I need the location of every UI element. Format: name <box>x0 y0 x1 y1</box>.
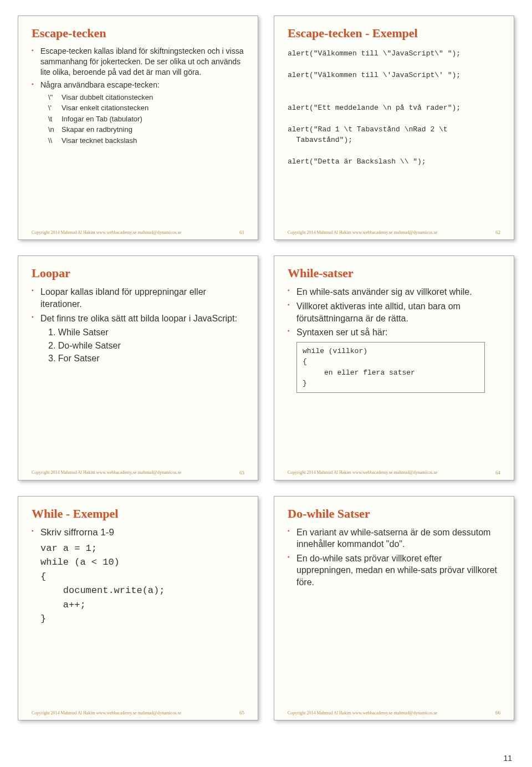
slide-title: While-satser <box>288 266 500 280</box>
slide-content: alert("Välkommen till \"JavaScript\" ");… <box>288 46 500 224</box>
slide-footer: Copyright 2014 Mahmud Al Hakim www.webba… <box>32 470 244 475</box>
bullet: Skriv siffrorna 1-9 <box>32 526 244 539</box>
list-item: 2. Do-while Satser <box>48 340 244 352</box>
slide-content: En variant av while-satserna är de som d… <box>288 526 500 704</box>
slide-64: While-satser En while-sats använder sig … <box>274 255 514 480</box>
slide-content: Skriv siffrorna 1-9 var a = 1; while (a … <box>32 526 244 704</box>
page-number: 11 <box>503 754 512 763</box>
code-block: var a = 1; while (a < 10) { document.wri… <box>40 541 244 626</box>
slide-number: 61 <box>239 229 244 235</box>
slide-number: 66 <box>495 710 500 715</box>
slide-number: 64 <box>495 470 500 475</box>
copyright-text: Copyright 2014 Mahmud Al Hakim www.webba… <box>32 470 181 475</box>
slide-title: Do-while Satser <box>288 507 500 521</box>
slide-title: Loopar <box>32 266 244 280</box>
bullet: En variant av while-satserna är de som d… <box>288 526 500 550</box>
copyright-text: Copyright 2014 Mahmud Al Hakim www.webba… <box>288 710 437 715</box>
slide-62: Escape-tecken - Exempel alert("Välkommen… <box>274 16 514 240</box>
escape-row: \"Visar dubbelt citationstecken <box>32 93 244 103</box>
escape-row: \tInfogar en Tab (tabulator) <box>32 114 244 124</box>
copyright-text: Copyright 2014 Mahmud Al Hakim www.webba… <box>32 230 181 235</box>
escape-row: \\Visar tecknet backslash <box>32 136 244 146</box>
bullet: En do-while sats prövar villkoret efter … <box>288 553 500 589</box>
slide-61: Escape-tecken Escape-tecken kallas iblan… <box>18 16 258 240</box>
slide-65: While - Exempel Skriv siffrorna 1-9 var … <box>18 496 258 720</box>
bullet: Loopar kallas ibland för upprepningar el… <box>32 286 244 310</box>
list-item: 3. For Satser <box>48 352 244 365</box>
slide-footer: Copyright 2014 Mahmud Al Hakim www.webba… <box>288 710 500 715</box>
slide-title: While - Exempel <box>32 507 244 521</box>
slide-footer: Copyright 2014 Mahmud Al Hakim www.webba… <box>32 229 244 235</box>
bullet: En while-sats använder sig av villkoret … <box>288 286 500 298</box>
slide-number: 63 <box>239 470 244 475</box>
bullet: Det finns tre olika sätt att bilda loopa… <box>32 313 244 325</box>
slide-number: 62 <box>495 229 500 235</box>
slide-footer: Copyright 2014 Mahmud Al Hakim www.webba… <box>288 470 500 475</box>
slide-content: Loopar kallas ibland för upprepningar el… <box>32 286 244 464</box>
slide-footer: Copyright 2014 Mahmud Al Hakim www.webba… <box>288 229 500 235</box>
copyright-text: Copyright 2014 Mahmud Al Hakim www.webba… <box>288 230 437 235</box>
slide-content: Escape-tecken kallas ibland för skiftnin… <box>32 46 244 224</box>
bullet: Escape-tecken kallas ibland för skiftnin… <box>32 46 244 78</box>
escape-row: \'Visar enkelt citationstecken <box>32 103 244 113</box>
slide-title: Escape-tecken <box>32 26 244 40</box>
bullet: Några användbara escape-tecken: <box>32 80 244 90</box>
bullet: Villkoret aktiveras inte alltid, utan ba… <box>288 300 500 324</box>
slide-63: Loopar Loopar kallas ibland för upprepni… <box>18 255 258 480</box>
code-block: alert("Välkommen till \"JavaScript\" ");… <box>288 48 500 167</box>
copyright-text: Copyright 2014 Mahmud Al Hakim www.webba… <box>32 710 181 715</box>
escape-row: \nSkapar en radbrytning <box>32 125 244 135</box>
slide-number: 65 <box>239 710 244 715</box>
code-box: while (villkor) { en eller flera satser … <box>296 342 485 393</box>
list-item: 1. While Satser <box>48 326 244 339</box>
copyright-text: Copyright 2014 Mahmud Al Hakim www.webba… <box>288 470 437 475</box>
slide-66: Do-while Satser En variant av while-sats… <box>274 496 514 720</box>
slide-title: Escape-tecken - Exempel <box>288 26 500 40</box>
slide-content: En while-sats använder sig av villkoret … <box>288 286 500 464</box>
slide-footer: Copyright 2014 Mahmud Al Hakim www.webba… <box>32 710 244 715</box>
bullet: Syntaxen ser ut så här: <box>288 326 500 339</box>
